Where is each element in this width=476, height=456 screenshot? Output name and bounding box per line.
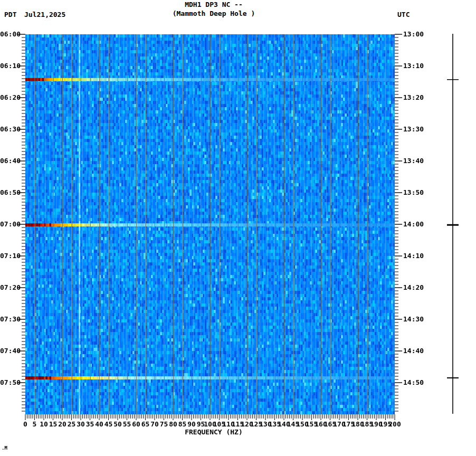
right-time-label: 13:00 [403, 31, 424, 38]
left-time-label: 07:20 [0, 284, 18, 291]
date-label: Jul21,2025 [24, 11, 65, 18]
right-time-label: 14:50 [403, 379, 424, 386]
left-time-label: 06:30 [0, 126, 18, 133]
corner-mark: .M [2, 446, 7, 451]
right-time-label: 14:30 [403, 316, 424, 323]
left-time-label: 07:00 [0, 221, 18, 228]
left-time-label: 06:00 [0, 31, 18, 38]
amplitude-scale-bar [447, 34, 459, 414]
right-time-label: 14:40 [403, 347, 424, 355]
left-time-label: 07:30 [0, 316, 18, 323]
freq-tick-label: 200 [385, 421, 404, 428]
right-time-label: 14:20 [403, 284, 424, 291]
timezone-right-label: UTC [397, 11, 410, 18]
right-time-label: 13:30 [403, 126, 424, 133]
timezone-left-label: PDT [4, 11, 16, 18]
right-time-label: 14:00 [403, 221, 424, 228]
left-time-label: 06:10 [0, 62, 18, 70]
page-title: MDH1 DP3 NC -- [0, 1, 427, 8]
left-time-label: 07:40 [0, 347, 18, 355]
right-time-label: 14:10 [403, 252, 424, 260]
left-time-label: 07:50 [0, 379, 18, 386]
right-time-label: 13:10 [403, 62, 424, 70]
x-axis-title: FREQUENCY (HZ) [161, 429, 266, 436]
right-time-label: 13:50 [403, 189, 424, 196]
left-time-label: 06:50 [0, 189, 18, 196]
right-time-label: 13:40 [403, 157, 424, 165]
right-time-label: 13:20 [403, 94, 424, 101]
spectrogram-page: MDH1 DP3 NC -- (Mammoth Deep Hole ) PDT … [0, 0, 476, 456]
spectrogram-canvas [25, 34, 395, 414]
left-time-label: 06:20 [0, 94, 18, 101]
left-time-label: 07:10 [0, 252, 18, 260]
left-time-label: 06:40 [0, 157, 18, 165]
